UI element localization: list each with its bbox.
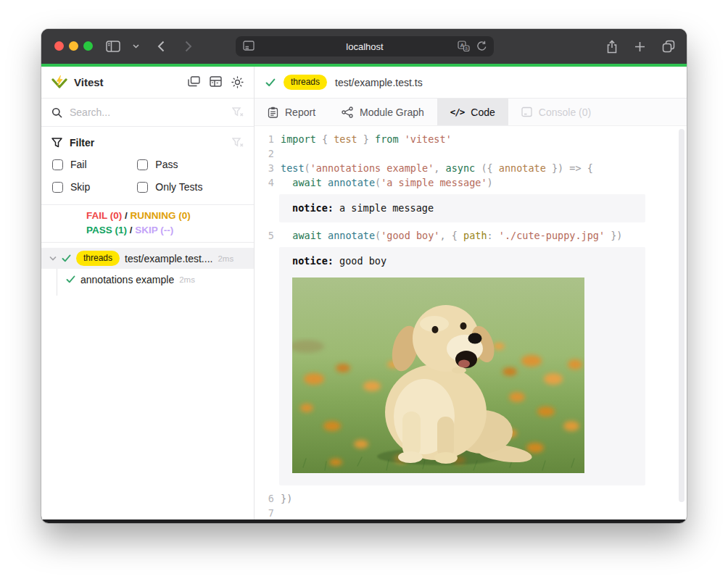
line-number: 1	[255, 132, 274, 146]
code-line: 6})	[255, 491, 687, 506]
webview: Vitest	[41, 64, 687, 519]
dashboard-panel-icon[interactable]	[210, 76, 222, 88]
filter-option-fail[interactable]: Fail	[52, 159, 137, 170]
clear-filter-icon[interactable]	[232, 138, 244, 148]
test-file-duration: 2ms	[218, 254, 233, 263]
minimize-button[interactable]	[69, 41, 78, 51]
annotation-label: notice:	[292, 255, 334, 267]
filter-option-pass[interactable]: Pass	[137, 159, 244, 170]
reload-icon[interactable]	[476, 41, 487, 51]
annotation-notice: notice: good boy	[279, 247, 645, 485]
line-number: 2	[255, 146, 274, 161]
zoom-button[interactable]	[83, 41, 93, 51]
test-file-row[interactable]: threads test/example.test.... 2ms	[41, 248, 254, 269]
vitest-logo-icon	[51, 75, 67, 90]
module-graph-icon	[342, 107, 353, 118]
filter-checkbox-pass[interactable]	[137, 159, 148, 170]
filter-option-label: Skip	[70, 181, 90, 193]
tab-overview-icon[interactable]	[662, 29, 675, 64]
tab-report[interactable]: Report	[255, 99, 328, 125]
app-title: Vitest	[74, 76, 104, 88]
stacked-windows-icon[interactable]	[188, 76, 200, 88]
line-number: 5	[255, 228, 274, 243]
tab-label: Report	[285, 107, 315, 118]
console-icon	[521, 107, 532, 117]
filter-option-label: Pass	[155, 159, 178, 170]
line-number: 7	[255, 506, 274, 519]
line-number: 6	[255, 491, 274, 506]
address-bar[interactable]: localhost A a	[236, 36, 494, 57]
clear-search-filter-icon[interactable]	[232, 107, 244, 117]
share-icon[interactable]	[606, 29, 618, 64]
main-panel: threads test/example.test.ts ReportModul…	[255, 67, 687, 519]
running-count: RUNNING (0)	[131, 210, 191, 221]
tab-label: Module Graph	[360, 107, 424, 118]
code-panel: 1import { test } from 'vitest'23test('an…	[255, 126, 687, 519]
test-tree: threads test/example.test.... 2ms	[41, 243, 254, 519]
test-case-name: annotations example	[80, 274, 174, 285]
forward-icon[interactable]	[185, 29, 192, 64]
filter-option-label: Fail	[70, 159, 87, 170]
svg-text:a: a	[465, 46, 468, 51]
test-file-name: test/example.test....	[125, 253, 212, 264]
search-input[interactable]	[70, 107, 225, 118]
code-line: 2	[255, 146, 687, 161]
url-text: localhost	[346, 41, 383, 52]
new-tab-icon[interactable]	[634, 29, 645, 64]
code-icon: </>	[450, 107, 465, 117]
code-line: 3test('annotations example', async ({ an…	[255, 161, 687, 175]
check-icon	[265, 78, 276, 87]
line-number: 3	[255, 161, 274, 175]
open-file-name: test/example.test.ts	[335, 77, 423, 88]
pool-badge: threads	[76, 251, 120, 266]
chevron-down-icon[interactable]	[49, 256, 57, 261]
report-icon	[268, 107, 278, 118]
funnel-icon	[51, 138, 62, 148]
scrollbar-thumb[interactable]	[679, 129, 684, 502]
skip-count: SKIP (--)	[135, 225, 173, 235]
search-icon	[51, 107, 62, 118]
browser-window: localhost A a	[41, 29, 687, 523]
pool-badge: threads	[284, 75, 327, 90]
filter-option-only-tests[interactable]: Only Tests	[137, 181, 244, 193]
check-icon	[66, 275, 75, 283]
test-summary: FAIL (0) / RUNNING (0) PASS (1) / SKIP (…	[41, 204, 254, 243]
close-button[interactable]	[54, 41, 64, 51]
filter-checkbox-only-tests[interactable]	[137, 182, 148, 193]
back-icon[interactable]	[157, 29, 165, 64]
annotation-image-cute-puppy	[292, 277, 632, 477]
translate-icon[interactable]: A a	[458, 41, 470, 51]
test-case-row[interactable]: annotations example 2ms	[66, 269, 254, 290]
code-editor: 1import { test } from 'vitest'23test('an…	[255, 132, 687, 519]
tab-label: Console (0)	[539, 107, 591, 118]
filter-checkbox-skip[interactable]	[52, 182, 63, 193]
browser-toolbar: localhost A a	[41, 29, 687, 64]
code-line: 7	[255, 506, 687, 519]
sidebar-toggle-icon[interactable]	[106, 29, 120, 64]
filter-checkbox-fail[interactable]	[52, 159, 63, 170]
line-number: 4	[255, 175, 274, 190]
chevron-down-icon[interactable]	[133, 29, 139, 64]
tab-module-graph[interactable]: Module Graph	[328, 99, 437, 125]
tab-label: Code	[471, 107, 495, 118]
annotation-text: a simple message	[334, 202, 434, 214]
pass-count: PASS (1)	[86, 225, 127, 235]
annotation-notice: notice: a simple message	[279, 194, 645, 222]
annotation-label: notice:	[292, 202, 334, 214]
sun-icon[interactable]	[231, 76, 244, 88]
filter-option-skip[interactable]: Skip	[52, 181, 137, 193]
screenshot-root: localhost A a	[0, 0, 728, 576]
tab-code[interactable]: </>Code	[437, 99, 508, 125]
page-icon	[243, 41, 255, 51]
tab-console-0: Console (0)	[508, 99, 604, 125]
tab-bar: ReportModule Graph</>CodeConsole (0)	[255, 99, 687, 126]
code-line: 4 await annotate('a simple message')	[255, 175, 687, 190]
filter-label: Filter	[70, 137, 94, 149]
check-icon	[62, 254, 71, 262]
puppy-photo	[292, 277, 584, 473]
file-header: threads test/example.test.ts	[255, 67, 687, 99]
filter-options: FailPassSkipOnly Tests	[51, 159, 244, 193]
test-case-duration: 2ms	[179, 275, 195, 284]
sidebar: Vitest	[41, 67, 255, 519]
filter-option-label: Only Tests	[155, 181, 202, 193]
